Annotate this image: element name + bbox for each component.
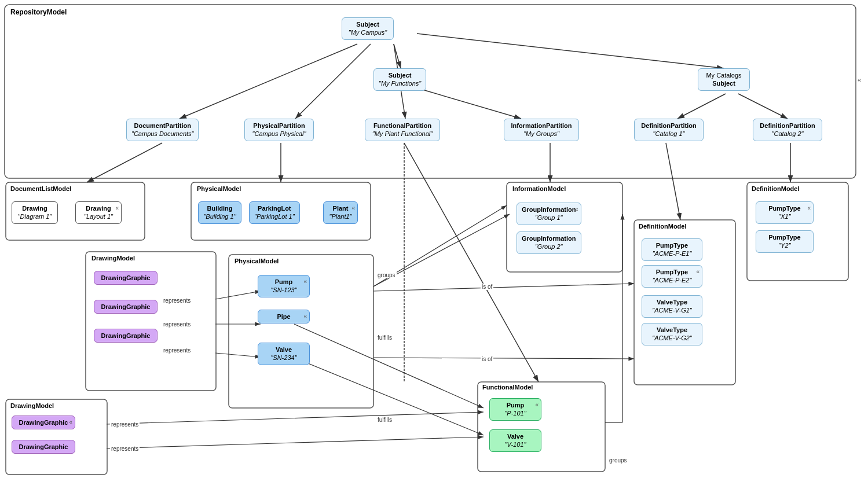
svg-line-27: [215, 353, 261, 357]
groups-label: groups: [376, 272, 397, 278]
func-partition-node: FunctionalPartition "My Plant Functional…: [365, 119, 440, 141]
drawing-graphic4-node: DrawingGraphic «: [12, 416, 75, 429]
phys-model-bottom-label: PhysicalModel: [235, 258, 279, 264]
pump-phys-node: Pump "SN-123" «: [258, 275, 310, 297]
fulfills2-label: fulfills: [376, 417, 393, 423]
repo-chevron: «: [858, 76, 861, 83]
pumptype-e2-node: PumpType "ACME-P-E2" «: [642, 265, 702, 288]
repo-model-label: RepositoryModel: [10, 8, 67, 16]
represents1-label: represents: [162, 297, 192, 304]
func-model-label: FunctionalModel: [482, 384, 533, 391]
svg-line-23: [666, 143, 680, 220]
svg-line-29: [107, 437, 484, 448]
svg-line-12: [295, 44, 371, 119]
svg-line-28: [107, 412, 484, 424]
diagram-container: RepositoryModel Subject "My Campus" Subj…: [0, 0, 868, 489]
svg-line-16: [417, 34, 724, 68]
valve-func-node: Valve "V-101": [489, 429, 541, 452]
svg-line-17: [677, 94, 726, 119]
valvetype-g2-node: ValveType "ACME-V-G2": [642, 323, 702, 345]
represents2-label: represents: [162, 321, 192, 328]
group2-node: GroupInformation "Group 2": [517, 231, 581, 254]
drawing-model-top-label: DrawingModel: [91, 255, 135, 262]
drawing2-node: Drawing "Layout 1" «: [75, 201, 122, 224]
represents4-label: represents: [110, 421, 140, 428]
represents3-label: represents: [162, 347, 192, 354]
building-node: Building "Building 1": [198, 201, 241, 224]
parking-node: ParkingLot "ParkingLot 1": [249, 201, 300, 224]
def-model-right-label: DefinitionModel: [752, 185, 800, 192]
catalogs-subject-node: My Catalogs Subject: [698, 68, 750, 91]
drawing-graphic3-node: DrawingGraphic: [94, 329, 158, 343]
doc-partition-node: DocumentPartition "Campus Documents": [126, 119, 199, 141]
valve-phys-node: Valve "SN-234": [258, 343, 310, 365]
svg-line-18: [738, 94, 788, 119]
subject-campus-node: Subject "My Campus": [342, 17, 394, 40]
svg-line-32: [373, 284, 634, 291]
drawing-graphic2-node: DrawingGraphic: [94, 300, 158, 314]
is-of1-label: is of: [481, 284, 493, 290]
svg-rect-6: [6, 399, 107, 475]
represents5-label: represents: [110, 446, 140, 452]
pumptype-y2-node: PumpType "Y2": [756, 230, 814, 253]
group1-node: GroupInformation "Group 1" «: [517, 203, 581, 225]
doc-list-model-label: DocumentListModel: [10, 185, 71, 192]
pipe-phys-node: Pipe «: [258, 310, 310, 323]
valvetype-g1-node: ValveType "ACME-V-G1": [642, 295, 702, 318]
svg-line-25: [215, 291, 261, 299]
svg-line-15: [423, 90, 521, 119]
svg-rect-7: [507, 182, 622, 272]
def-model-left-label: DefinitionModel: [639, 223, 687, 230]
is-of2-label: is of: [481, 356, 493, 362]
fulfills1-label: fulfills: [376, 334, 393, 341]
svg-line-19: [87, 143, 162, 182]
svg-rect-1: [5, 5, 856, 178]
subject-functions-node: Subject "My Functions": [373, 68, 426, 91]
svg-rect-10: [478, 382, 605, 472]
pump-func-node: Pump "P-101" «: [489, 398, 541, 421]
pumptype-x1-node: PumpType "X1" «: [756, 201, 814, 224]
info-partition-node: InformationPartition "My Groups": [504, 119, 579, 141]
svg-line-33: [373, 358, 634, 359]
svg-line-35: [404, 143, 539, 382]
svg-line-14: [394, 44, 401, 68]
svg-line-31: [294, 358, 484, 435]
groups2-label: groups: [608, 457, 628, 464]
pumptype-e1-node: PumpType "ACME-P-E1": [642, 238, 702, 261]
phys-partition-node: PhysicalPartition "Campus Physical": [244, 119, 314, 141]
info-model-label: InformationModel: [512, 185, 566, 192]
drawing-graphic1-node: DrawingGraphic: [94, 271, 158, 285]
def-partition2-node: DefinitionPartition "Catalog 2": [753, 119, 822, 141]
def-partition1-node: DefinitionPartition "Catalog 1": [634, 119, 704, 141]
drawing-graphic5-node: DrawingGraphic: [12, 440, 75, 454]
svg-line-11: [180, 44, 357, 119]
plant-node: Plant "Plant1" «: [323, 201, 358, 224]
drawing1-node: Drawing "Diagram 1": [12, 201, 58, 224]
phys-model-top-label: PhysicalModel: [197, 185, 241, 192]
drawing-model-bottom-label: DrawingModel: [10, 402, 54, 409]
